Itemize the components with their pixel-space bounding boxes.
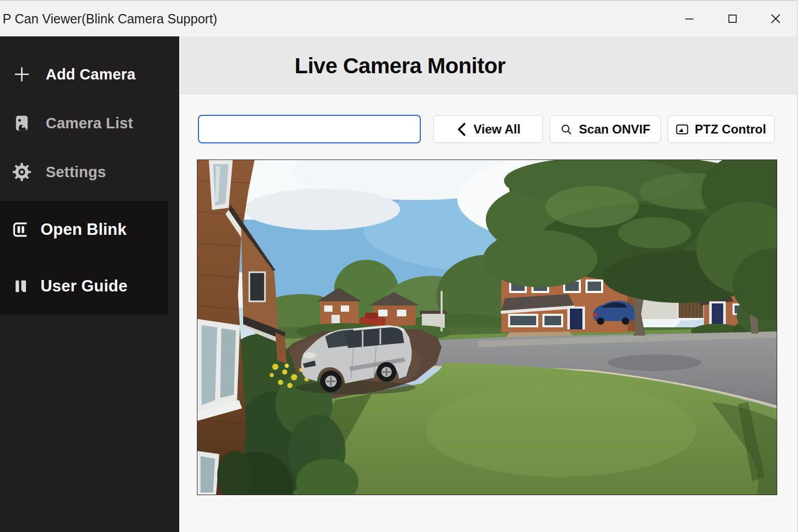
- sidebar-quick-panel: Open Blink User Guide: [0, 201, 168, 314]
- sidebar-item-label: User Guide: [41, 277, 127, 296]
- view-all-button[interactable]: View All: [433, 115, 543, 143]
- sidebar-item-label: Camera List: [46, 115, 133, 132]
- gear-icon: [11, 162, 32, 182]
- sidebar-item-user-guide[interactable]: User Guide: [0, 258, 168, 314]
- sidebar-item-open-blink[interactable]: Open Blink: [0, 201, 168, 258]
- scan-onvif-button[interactable]: Scan ONVIF: [550, 115, 661, 143]
- camera-url-input[interactable]: [198, 115, 421, 143]
- camera-feed: [197, 159, 777, 495]
- sidebar-item-settings[interactable]: Settings: [0, 148, 179, 196]
- main-area: Live Camera Monitor View All Scan ONVIF …: [179, 36, 797, 532]
- view-all-label: View All: [473, 122, 521, 137]
- ptz-control-label: PTZ Control: [695, 122, 766, 137]
- maximize-button[interactable]: [711, 1, 754, 36]
- image-icon: [676, 124, 688, 135]
- open-book-icon: [10, 221, 31, 238]
- page-title: Live Camera Monitor: [295, 54, 506, 78]
- sidebar-item-camera-list[interactable]: Camera List: [0, 99, 179, 148]
- sidebar-item-label: Add Camera: [46, 66, 136, 83]
- camera-scene: [197, 160, 777, 495]
- sidebar-item-label: Settings: [46, 164, 106, 181]
- minimize-button[interactable]: [668, 1, 711, 36]
- camera-list-icon: [11, 114, 32, 132]
- app-window: P Can Viewer(Blink Camera Support): [0, 0, 798, 532]
- guide-book-icon: [10, 278, 31, 295]
- scan-onvif-label: Scan ONVIF: [579, 122, 650, 137]
- plus-icon: [11, 64, 32, 84]
- sidebar-item-add-camera[interactable]: Add Camera: [0, 50, 179, 99]
- sidebar-nav: Add Camera Camera List: [0, 36, 179, 196]
- close-button[interactable]: [754, 1, 797, 36]
- window-controls: [668, 1, 797, 36]
- maximize-icon: [727, 14, 738, 24]
- chevron-left-icon: [456, 123, 467, 136]
- window-title: P Can Viewer(Blink Camera Support): [0, 11, 217, 26]
- minimize-icon: [684, 14, 695, 24]
- sidebar-item-label: Open Blink: [41, 220, 127, 239]
- search-icon: [560, 123, 573, 136]
- close-icon: [770, 13, 781, 24]
- titlebar: P Can Viewer(Blink Camera Support): [0, 0, 797, 36]
- ptz-control-button[interactable]: PTZ Control: [668, 115, 775, 143]
- sidebar: Add Camera Camera List: [0, 36, 179, 532]
- header-band: Live Camera Monitor: [180, 36, 797, 95]
